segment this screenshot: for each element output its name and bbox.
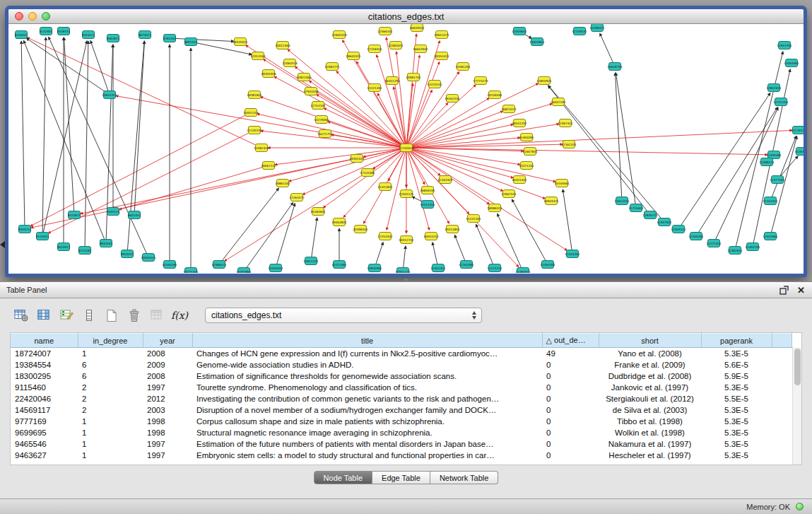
table-cell[interactable]: Changes of HCN gene expression and I(f) …: [192, 348, 542, 359]
graph-node[interactable]: 19146591: [487, 91, 502, 99]
table-cell[interactable]: 5.3E-5: [701, 450, 772, 461]
graph-node[interactable]: 9300251: [18, 226, 32, 233]
graph-node[interactable]: 12731451: [773, 98, 789, 106]
table-cell[interactable]: 1: [78, 348, 143, 359]
graph-node[interactable]: 9561871: [107, 35, 120, 42]
table-row[interactable]: 1830029562008Estimation of significance …: [11, 370, 792, 382]
graph-edge[interactable]: [406, 148, 513, 178]
table-settings-icon[interactable]: [11, 307, 31, 324]
table-cell[interactable]: 5.3E-5: [701, 416, 772, 427]
graph-node[interactable]: 14121261: [367, 84, 382, 92]
table-cell[interactable]: 5.3E-5: [701, 348, 772, 359]
table-cell[interactable]: Tibbo et al. (1998): [599, 416, 701, 427]
table-cell[interactable]: de Silva et al. (2003): [599, 404, 701, 416]
table-cell[interactable]: Embryonic stem cells: a model to study s…: [192, 450, 542, 461]
import-table-icon[interactable]: [147, 307, 167, 324]
graph-node[interactable]: 12382621: [727, 247, 743, 255]
graph-node[interactable]: 17263572: [289, 194, 305, 201]
graph-node[interactable]: 11163581: [459, 261, 474, 269]
table-cell[interactable]: 1: [78, 450, 143, 461]
graph-edge[interactable]: [406, 148, 767, 155]
graph-node[interactable]: 10941231: [395, 268, 411, 274]
graph-node[interactable]: 10631011: [102, 91, 117, 99]
splitter-handle[interactable]: [404, 279, 408, 281]
graph-node[interactable]: 12667531: [501, 190, 517, 198]
graph-node[interactable]: 19613271: [434, 31, 449, 39]
table-row[interactable]: 946362711997Embryonic stem cells: a mode…: [11, 450, 792, 461]
table-edit-icon[interactable]: [57, 307, 76, 324]
table-cell[interactable]: 1997: [143, 382, 192, 393]
table-cell[interactable]: 1998: [143, 427, 192, 438]
table-cell[interactable]: 0: [542, 450, 599, 461]
graph-node[interactable]: 10611321: [303, 257, 319, 265]
table-row[interactable]: 946554611997Estimation of the future num…: [11, 438, 792, 450]
graph-node[interactable]: 22045131: [399, 190, 414, 198]
table-cell[interactable]: 0: [542, 393, 599, 404]
table-cell[interactable]: 2009: [143, 359, 192, 370]
graph-node[interactable]: 20051319: [243, 109, 259, 117]
table-cell[interactable]: Dudbridge et al. (2008): [599, 370, 701, 382]
graph-node[interactable]: 10504041: [268, 264, 283, 272]
graph-edge[interactable]: [498, 214, 523, 271]
graph-node[interactable]: 9840161: [100, 240, 113, 247]
tab-network-table[interactable]: Network Table: [430, 471, 499, 484]
graph-node[interactable]: 19012463: [275, 42, 290, 49]
graph-node[interactable]: 17774173: [473, 77, 488, 85]
table-cell[interactable]: Structural magnetic resonance image aver…: [192, 427, 542, 438]
graph-node[interactable]: 14278061: [314, 116, 329, 124]
graph-node[interactable]: 9515051: [36, 233, 49, 240]
table-cell[interactable]: Hescheler et al. (1997): [599, 450, 701, 461]
table-cell[interactable]: 1: [78, 416, 143, 427]
table-cell[interactable]: 19384554: [11, 359, 78, 370]
table-columns-icon[interactable]: [34, 307, 54, 324]
graph-node[interactable]: 11488211: [759, 158, 775, 166]
graph-node[interactable]: 10386471: [211, 261, 227, 269]
column-header-name[interactable]: name: [11, 334, 78, 348]
graph-node[interactable]: 16271752: [317, 130, 333, 138]
row-list-icon[interactable]: [79, 307, 99, 324]
tab-node-table[interactable]: Node Table: [314, 471, 372, 484]
graph-node[interactable]: 9950441: [121, 250, 134, 258]
graph-node[interactable]: 13176131: [791, 127, 804, 134]
graph-node[interactable]: 17240041: [399, 144, 414, 152]
graph-node[interactable]: 18381851: [247, 91, 262, 99]
table-cell[interactable]: Franke et al. (2009): [599, 359, 701, 370]
graph-node[interactable]: 9505131: [107, 208, 120, 216]
graph-node[interactable]: 12271451: [706, 240, 722, 247]
graph-node[interactable]: 15494091: [519, 134, 534, 141]
graph-node[interactable]: 16184601: [310, 208, 326, 216]
graph-node[interactable]: 12014263: [250, 52, 266, 60]
graph-node[interactable]: 13064961: [784, 59, 799, 67]
graph-node[interactable]: 16648794: [607, 63, 623, 71]
graph-node[interactable]: 12162201: [561, 141, 577, 148]
graph-node[interactable]: 11377041: [770, 176, 785, 184]
graph-node[interactable]: 9156301: [15, 31, 28, 39]
table-cell[interactable]: 6: [78, 359, 143, 370]
graph-edge[interactable]: [476, 224, 495, 268]
graph-edge[interactable]: [406, 98, 489, 148]
table-cell[interactable]: Tourette syndrome. Phenomenology and cla…: [192, 382, 542, 393]
column-header-in_degree[interactable]: in_degree: [78, 334, 143, 348]
graph-node[interactable]: 16846191: [420, 187, 435, 194]
citation-network-graph[interactable]: 1724004118530021190124631201426322060418…: [8, 24, 804, 273]
table-cell[interactable]: 5.3E-5: [701, 427, 772, 438]
graph-node[interactable]: 12084771: [324, 63, 340, 71]
delete-table-icon[interactable]: [124, 307, 144, 324]
table-cell[interactable]: 18724007: [11, 348, 78, 359]
table-cell[interactable]: 5.9E-5: [701, 370, 772, 382]
table-row[interactable]: 911546021997Tourette syndrome. Phenomeno…: [11, 382, 792, 393]
graph-edge[interactable]: [406, 148, 449, 223]
graph-edge[interactable]: [119, 165, 269, 209]
graph-node[interactable]: 18302021: [349, 155, 365, 163]
graph-node[interactable]: 18391958: [261, 70, 276, 78]
table-cell[interactable]: 9777169: [11, 416, 78, 427]
table-cell[interactable]: 1: [78, 427, 143, 438]
graph-edge[interactable]: [406, 103, 448, 148]
table-cell[interactable]: 9699695: [11, 427, 78, 438]
table-cell[interactable]: Nakamura et al. (1997): [599, 438, 701, 450]
graph-edge[interactable]: [454, 235, 466, 264]
graph-node[interactable]: 18086321: [487, 204, 502, 212]
table-cell[interactable]: 0: [542, 416, 599, 427]
graph-node[interactable]: 22084021: [388, 42, 404, 49]
graph-edge[interactable]: [324, 108, 406, 148]
